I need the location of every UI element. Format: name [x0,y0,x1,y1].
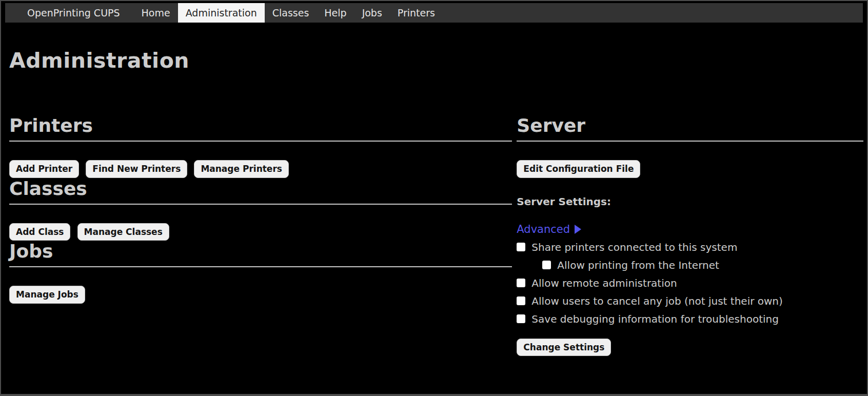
printers-button-row: Add Printer Find New Printers Manage Pri… [9,160,512,178]
nav-item-printers[interactable]: Printers [390,3,443,23]
checkbox-row-save-debugging-info: Save debugging information for troublesh… [517,313,863,325]
nav-item-administration[interactable]: Administration [178,3,265,23]
add-class-button[interactable]: Add Class [9,223,70,241]
server-button-row: Edit Configuration File [517,160,863,178]
server-settings-checkbox-list: Share printers connected to this system … [517,241,863,325]
checkbox-row-allow-remote-admin: Allow remote administration [517,277,863,289]
server-column: Server Edit Configuration File Server Se… [517,115,863,356]
two-column-layout: Printers Add Printer Find New Printers M… [9,115,859,356]
manage-printers-button[interactable]: Manage Printers [194,160,289,178]
jobs-button-row: Manage Jobs [9,286,512,304]
change-settings-row: Change Settings [517,339,863,357]
server-section-title: Server [517,115,863,142]
classes-section-title: Classes [9,178,512,205]
allow-cancel-any-job-label: Allow users to cancel any job (not just … [531,295,783,307]
save-debugging-info-label: Save debugging information for troublesh… [531,313,779,325]
nav-item-home[interactable]: Home [134,3,178,23]
allow-remote-admin-label: Allow remote administration [531,277,677,289]
edit-configuration-file-button[interactable]: Edit Configuration File [517,160,640,178]
advanced-link-label: Advanced [517,223,570,235]
browser-viewport: OpenPrinting CUPS Home Administration Cl… [0,0,868,396]
manage-jobs-button[interactable]: Manage Jobs [9,286,85,304]
advanced-link[interactable]: Advanced [517,223,581,235]
nav-item-jobs[interactable]: Jobs [354,3,390,23]
page-title: Administration [9,48,862,73]
top-nav-bar: OpenPrinting CUPS Home Administration Cl… [5,3,863,23]
share-printers-label: Share printers connected to this system [531,241,737,253]
jobs-section-title: Jobs [9,241,512,267]
nav-item-classes[interactable]: Classes [265,3,317,23]
page-content: Administration Printers Add Printer Find… [1,48,867,356]
share-printers-checkbox[interactable] [517,243,525,251]
allow-cancel-any-job-checkbox[interactable] [517,296,525,305]
change-settings-button[interactable]: Change Settings [517,339,611,357]
nav-item-help[interactable]: Help [317,3,354,23]
advanced-expand-arrow-icon [575,225,581,234]
nav-brand-openprinting-cups[interactable]: OpenPrinting CUPS [19,3,128,23]
printers-section-title: Printers [9,115,512,142]
server-settings-label: Server Settings: [517,195,863,208]
left-column: Printers Add Printer Find New Printers M… [9,115,512,356]
classes-button-row: Add Class Manage Classes [9,223,512,241]
add-printer-button[interactable]: Add Printer [9,160,79,178]
manage-classes-button[interactable]: Manage Classes [77,223,169,241]
allow-internet-printing-label: Allow printing from the Internet [557,259,719,271]
allow-internet-printing-checkbox[interactable] [542,261,551,269]
checkbox-row-allow-internet-printing: Allow printing from the Internet [542,259,863,271]
checkbox-row-share-printers: Share printers connected to this system [517,241,863,253]
find-new-printers-button[interactable]: Find New Printers [86,160,187,178]
save-debugging-info-checkbox[interactable] [517,314,525,323]
allow-remote-admin-checkbox[interactable] [517,279,525,287]
checkbox-row-allow-cancel-any-job: Allow users to cancel any job (not just … [517,295,863,307]
